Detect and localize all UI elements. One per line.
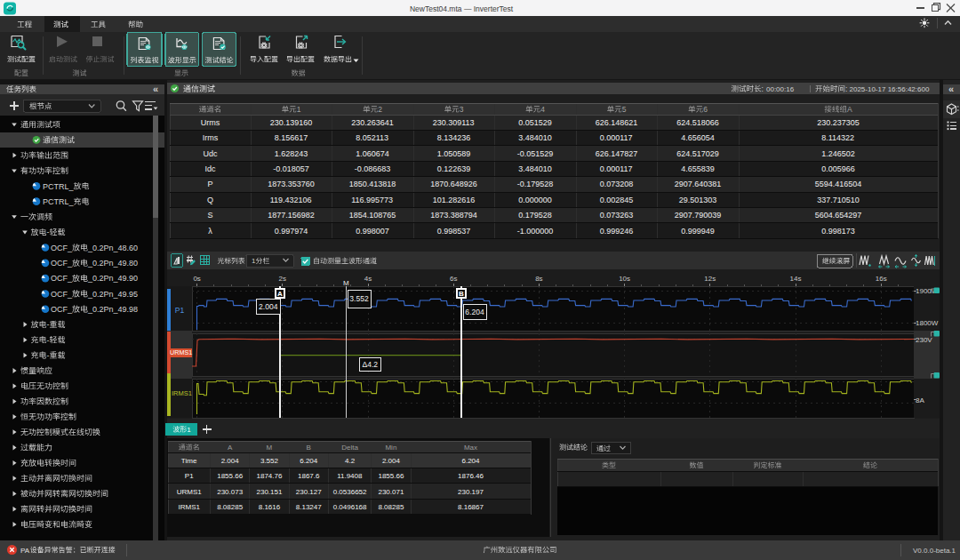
svg-text:2.004: 2.004 — [259, 302, 278, 311]
svg-text:A: A — [277, 290, 283, 298]
svg-text:2907.790039: 2907.790039 — [675, 211, 722, 220]
svg-text:M: M — [343, 279, 349, 287]
svg-text:3: 3 — [460, 105, 464, 114]
svg-text:Idc: Idc — [205, 164, 217, 173]
svg-text:2907.640381: 2907.640381 — [675, 180, 722, 188]
svg-text:Irms: Irms — [203, 133, 219, 142]
svg-text:P: P — [208, 180, 213, 188]
svg-text:1.060674: 1.060674 — [356, 149, 389, 158]
svg-text:_0.2Pn_49.90: _0.2Pn_49.90 — [87, 274, 138, 283]
svg-text:0.000117: 0.000117 — [600, 133, 633, 142]
svg-text:8.114322: 8.114322 — [821, 133, 854, 142]
svg-text:3.552: 3.552 — [260, 457, 279, 465]
svg-text:0.997974: 0.997974 — [275, 227, 308, 236]
svg-text:S: S — [208, 211, 213, 220]
svg-text:PA: PA — [20, 547, 30, 555]
svg-text:230.073: 230.073 — [217, 488, 243, 496]
svg-text:_0.2Pn_49.95: _0.2Pn_49.95 — [87, 290, 138, 299]
svg-text:1.628243: 1.628243 — [275, 149, 308, 158]
svg-text:A: A — [228, 444, 233, 452]
svg-text:4.655839: 4.655839 — [681, 164, 715, 173]
svg-text:-0.086683: -0.086683 — [355, 164, 391, 173]
svg-text:NewTest04.mta — InverterTest: NewTest04.mta — InverterTest — [410, 4, 514, 13]
svg-text:0.998173: 0.998173 — [821, 227, 855, 236]
svg-text:8.1616: 8.1616 — [259, 503, 281, 511]
svg-text:P1: P1 — [175, 306, 185, 315]
svg-text:V0.0.0-beta.1: V0.0.0-beta.1 — [913, 547, 956, 555]
svg-text:1874.76: 1874.76 — [256, 472, 282, 480]
svg-text:2.004: 2.004 — [221, 457, 240, 465]
svg-text:M: M — [267, 444, 273, 452]
svg-text:8A: 8A — [916, 396, 924, 404]
svg-text:2s: 2s — [279, 275, 286, 283]
svg-text:0.002845: 0.002845 — [600, 196, 634, 204]
svg-text:8.156617: 8.156617 — [275, 133, 308, 142]
svg-text:2: 2 — [378, 105, 382, 114]
svg-text:6.204: 6.204 — [300, 457, 318, 465]
svg-text:-0.179528: -0.179528 — [517, 180, 554, 188]
svg-text:1800W: 1800W — [916, 319, 939, 327]
svg-text:-: - — [47, 351, 50, 360]
svg-text:230.139160: 230.139160 — [270, 118, 313, 127]
svg-text:0.000117: 0.000117 — [600, 164, 633, 173]
svg-text:119.432106: 119.432106 — [270, 196, 312, 204]
svg-text:101.282616: 101.282616 — [433, 196, 476, 204]
svg-text:6s: 6s — [450, 275, 457, 283]
svg-text:14s: 14s — [790, 275, 802, 283]
svg-text:8.052113: 8.052113 — [356, 133, 388, 142]
svg-text:2025-10-17 16:56:42:600: 2025-10-17 16:56:42:600 — [850, 85, 930, 93]
svg-text:11.9408: 11.9408 — [337, 472, 363, 480]
svg-text:230V: 230V — [916, 336, 932, 344]
svg-text:337.710510: 337.710510 — [817, 196, 860, 204]
svg-text:8s: 8s — [535, 275, 542, 283]
svg-text:8.08285: 8.08285 — [378, 503, 404, 511]
svg-text:-: - — [47, 320, 50, 329]
svg-text:0.073263: 0.073263 — [600, 211, 634, 220]
svg-text:3.484010: 3.484010 — [518, 164, 552, 173]
svg-text:1873.388794: 1873.388794 — [430, 211, 477, 220]
svg-text:2.004: 2.004 — [382, 457, 401, 465]
svg-text:1876.46: 1876.46 — [458, 472, 484, 480]
svg-text:_0.2Pn_49.98: _0.2Pn_49.98 — [87, 305, 138, 314]
svg-text:1: 1 — [187, 426, 191, 434]
svg-text:1854.108765: 1854.108765 — [349, 211, 396, 220]
svg-text:-1.000000: -1.000000 — [517, 227, 554, 236]
svg-text:1867.6: 1867.6 — [298, 472, 320, 480]
svg-text:5: 5 — [622, 105, 627, 114]
svg-text:λ: λ — [208, 227, 212, 236]
svg-text:230.127: 230.127 — [296, 488, 322, 496]
svg-text:1: 1 — [252, 257, 256, 265]
svg-text:1877.156982: 1877.156982 — [268, 211, 315, 220]
svg-text:0.051529: 0.051529 — [518, 118, 552, 127]
svg-text:0.073208: 0.073208 — [600, 180, 634, 188]
svg-text:Min: Min — [385, 444, 396, 452]
svg-text:3.484010: 3.484010 — [518, 133, 552, 142]
svg-text:0.000000: 0.000000 — [518, 196, 552, 204]
svg-text:P1: P1 — [185, 472, 194, 480]
svg-text:Urms: Urms — [201, 118, 220, 127]
svg-text:OCF_: OCF_ — [51, 244, 73, 252]
svg-text:0.998007: 0.998007 — [356, 227, 389, 236]
svg-text:-: - — [47, 336, 50, 345]
svg-text:12s: 12s — [704, 275, 716, 283]
svg-text:-: - — [47, 228, 50, 236]
svg-text:1873.353760: 1873.353760 — [268, 180, 315, 188]
svg-text:8.08285: 8.08285 — [217, 503, 243, 511]
svg-text:IRMS1: IRMS1 — [172, 389, 192, 397]
svg-text::: : — [845, 84, 847, 93]
svg-text:OCF_: OCF_ — [51, 305, 73, 314]
svg-text:Udc: Udc — [204, 149, 219, 158]
svg-text:PCTRL_: PCTRL_ — [43, 182, 75, 191]
svg-text:0.179528: 0.179528 — [518, 211, 552, 220]
svg-text:B: B — [459, 290, 464, 298]
svg-text:00:00:16: 00:00:16 — [766, 85, 795, 93]
svg-text:1.246502: 1.246502 — [821, 149, 855, 158]
svg-text:8.16867: 8.16867 — [458, 503, 484, 511]
svg-text:OCF_: OCF_ — [51, 274, 73, 283]
svg-text:6.204: 6.204 — [461, 457, 480, 465]
svg-text:IRMS1: IRMS1 — [179, 503, 201, 511]
svg-text:Time: Time — [181, 457, 197, 465]
svg-text:4.656054: 4.656054 — [681, 133, 715, 142]
svg-text:3.552: 3.552 — [349, 294, 369, 303]
svg-text:1: 1 — [297, 105, 301, 114]
